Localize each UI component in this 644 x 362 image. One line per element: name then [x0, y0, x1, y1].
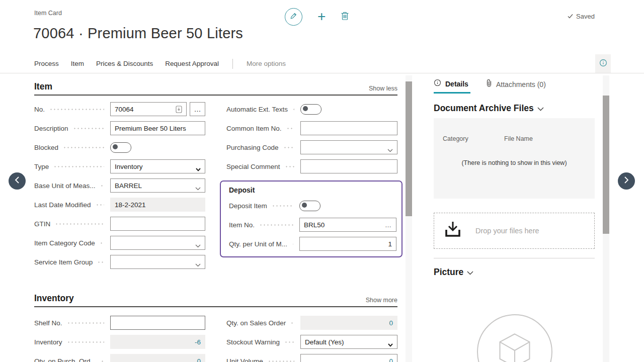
field-base-unit: Base Unit of Meas... BARREL: [34, 178, 205, 193]
qty-on-sales-order-value: 0: [300, 316, 397, 330]
field-label: Unit Volume: [226, 357, 263, 362]
panel-info-button[interactable]: [595, 54, 611, 73]
picture-placeholder: [477, 314, 552, 362]
item-left-column: No. 70064 … Description Premium Beer 50 …: [34, 102, 205, 274]
field-label: Item No.: [229, 221, 255, 229]
deposit-item-no-assist-edit[interactable]: …: [385, 221, 392, 229]
blocked-toggle[interactable]: [110, 142, 131, 153]
toggle-knob: [302, 203, 307, 208]
save-status-label: Saved: [576, 13, 595, 20]
plus-icon: +: [317, 9, 326, 24]
edit-button[interactable]: [285, 8, 302, 26]
show-more-link[interactable]: Show more: [366, 297, 397, 304]
menu-item-prices-discounts[interactable]: Prices & Discounts: [96, 60, 153, 67]
deposit-item-toggle[interactable]: [299, 201, 320, 211]
field-label: Inventory: [34, 338, 62, 346]
menu-item-item[interactable]: Item: [71, 60, 84, 67]
shelf-no-input[interactable]: [110, 316, 205, 330]
panel-scrollbar-thumb[interactable]: [603, 96, 609, 234]
chevron-down-icon: [388, 341, 393, 348]
field-last-date-modified: Last Date Modified 18-2-2021: [34, 198, 205, 212]
header-actions: +: [285, 7, 349, 26]
dotted-leader: [100, 242, 104, 244]
field-label: Qty. on Sales Order: [226, 319, 286, 327]
info-circle-icon: [434, 79, 441, 88]
document-archive-files-title: Document Archive Files: [434, 103, 534, 114]
base-unit-combobox[interactable]: BARREL: [110, 178, 205, 193]
page-title: 70064 · Premium Beer 50 Liters: [33, 25, 243, 42]
field-label: Deposit Item: [229, 202, 267, 210]
file-drop-zone[interactable]: Drop your files here: [434, 213, 595, 249]
field-common-item-no: Common Item No.: [226, 121, 397, 135]
action-menu: Process Item Prices & Discounts Request …: [0, 54, 644, 73]
dotted-leader: [67, 341, 104, 343]
item-category-combobox[interactable]: [110, 236, 205, 250]
field-label: Qty. per Unit of M...: [229, 240, 287, 248]
qty-per-unit-input[interactable]: 1: [299, 237, 396, 251]
download-tray-icon: [443, 221, 462, 241]
tab-attachments[interactable]: Attachments (0): [486, 79, 546, 89]
common-item-no-input[interactable]: [300, 121, 397, 135]
field-deposit-item-no: Item No. BRL50 …: [229, 218, 396, 232]
drop-zone-label: Drop your files here: [475, 227, 539, 235]
dotted-leader: [272, 205, 293, 207]
action-bar: Process Item Prices & Discounts Request …: [0, 54, 644, 73]
page-caption: Item Card: [34, 10, 62, 17]
field-special-comment: Special Comment: [226, 159, 397, 173]
tab-details[interactable]: Details: [434, 79, 468, 88]
inventory-left-column: Shelf No. Inventory -6 Qty. on Purch. Or…: [34, 316, 205, 362]
new-button[interactable]: +: [317, 10, 326, 24]
gtin-input[interactable]: [110, 217, 205, 231]
main-scrollbar-thumb[interactable]: [406, 81, 412, 216]
picture-header[interactable]: Picture: [434, 267, 473, 278]
show-less-link[interactable]: Show less: [369, 85, 397, 92]
field-qty-on-sales-order: Qty. on Sales Order 0: [226, 316, 397, 330]
deposit-item-no-input[interactable]: BRL50 …: [299, 218, 396, 232]
previous-record-button[interactable]: [9, 172, 26, 190]
item-section-header: Item Show less: [34, 81, 397, 96]
field-gtin: GTIN: [34, 217, 205, 231]
open-record-icon[interactable]: [176, 106, 182, 113]
last-date-modified-value: 18-2-2021: [110, 198, 205, 212]
dotted-leader: [55, 223, 104, 225]
chevron-down-icon: [195, 261, 201, 268]
more-options-button[interactable]: More options: [247, 60, 286, 67]
toggle-knob: [303, 106, 308, 111]
dotted-leader: [285, 166, 294, 167]
field-label: Special Comment: [226, 163, 280, 170]
menu-item-request-approval[interactable]: Request Approval: [165, 60, 219, 67]
cube-icon: [495, 331, 534, 362]
active-tab-underline: [434, 92, 470, 94]
dotted-leader: [286, 128, 294, 129]
no-assist-edit-button[interactable]: …: [190, 102, 205, 116]
special-comment-input[interactable]: [300, 159, 397, 173]
menu-item-process[interactable]: Process: [34, 60, 59, 67]
chevron-down-icon: [387, 146, 393, 154]
tab-details-label: Details: [445, 80, 468, 88]
chevron-down-icon: [195, 242, 201, 249]
dotted-leader: [49, 109, 104, 110]
no-input[interactable]: 70064: [110, 102, 187, 116]
dotted-leader: [292, 243, 293, 245]
menu-separator: [232, 59, 233, 69]
main-scrollbar[interactable]: [406, 75, 412, 362]
purchasing-code-combobox[interactable]: [300, 140, 397, 154]
automatic-ext-texts-toggle[interactable]: [300, 104, 321, 115]
document-archive-files-header[interactable]: Document Archive Files: [434, 103, 544, 114]
field-label: Stockout Warning: [226, 338, 280, 346]
chevron-down-icon: [463, 268, 473, 277]
stockout-warning-select[interactable]: Default (Yes): [300, 335, 397, 349]
field-label: Last Date Modified: [34, 201, 91, 209]
description-input[interactable]: Premium Beer 50 Liters: [110, 121, 205, 135]
field-label: Common Item No.: [226, 125, 282, 132]
delete-button[interactable]: [341, 11, 349, 23]
next-record-button[interactable]: [618, 172, 635, 190]
field-inventory-qty: Inventory -6: [34, 335, 205, 349]
save-status: Saved: [568, 13, 595, 20]
service-item-group-combobox[interactable]: [110, 255, 205, 269]
type-select[interactable]: Inventory: [110, 159, 205, 173]
unit-volume-input[interactable]: 0: [300, 354, 397, 362]
field-label: Item Category Code: [34, 239, 95, 247]
panel-scrollbar[interactable]: [603, 75, 609, 362]
trash-icon: [341, 11, 349, 23]
